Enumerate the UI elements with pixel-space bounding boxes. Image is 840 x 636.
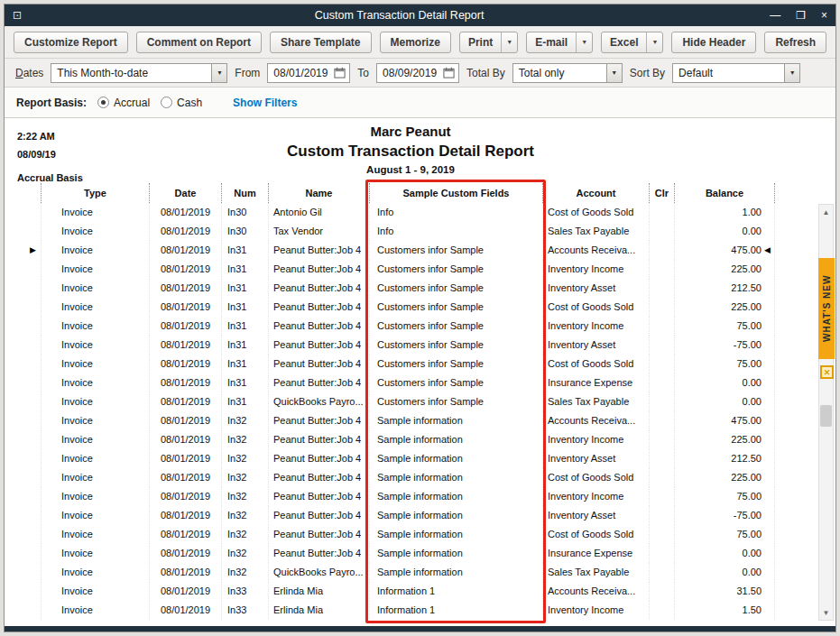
- to-date-input[interactable]: 08/09/2019: [376, 63, 459, 83]
- cell-balance: 212.50: [674, 279, 775, 298]
- excel-dropdown-arrow-icon[interactable]: ▼: [646, 32, 662, 52]
- table-row[interactable]: Invoice 08/01/2019 In32 Peanut Butter:Jo…: [41, 544, 775, 563]
- calendar-icon[interactable]: [443, 67, 455, 78]
- cell-account: Inventory Asset: [542, 449, 649, 468]
- table-row[interactable]: Invoice 08/01/2019 In30 Antonio Gil Info…: [41, 203, 775, 222]
- cell-date: 08/01/2019: [149, 336, 221, 355]
- sort-by-dropdown[interactable]: Default ▼: [672, 63, 800, 83]
- cell-clr: [649, 373, 674, 392]
- cell-custom-field: Customers infor Sample: [369, 298, 542, 317]
- report-toolbar: Customize Report Comment on Report Share…: [5, 26, 835, 59]
- cell-num: In31: [221, 392, 268, 411]
- column-header-clr[interactable]: Clr: [649, 183, 674, 203]
- cash-radio[interactable]: Cash: [161, 97, 202, 109]
- accrual-radio[interactable]: Accrual: [97, 97, 150, 109]
- from-date-input[interactable]: 08/01/2019: [267, 63, 350, 83]
- cell-custom-field: Sample information: [369, 506, 542, 525]
- chevron-down-icon[interactable]: ▼: [784, 64, 799, 82]
- cell-account: Cost of Goods Sold: [542, 298, 649, 317]
- cell-clr: [649, 392, 674, 411]
- share-template-button[interactable]: Share Template: [270, 32, 371, 53]
- print-dropdown-arrow-icon[interactable]: ▼: [501, 32, 517, 52]
- cell-num: In31: [221, 355, 268, 373]
- table-row[interactable]: Invoice 08/01/2019 In32 Peanut Butter:Jo…: [41, 449, 775, 468]
- cell-type: Invoice: [41, 468, 149, 487]
- table-row[interactable]: Invoice 08/01/2019 In33 Erlinda Mia Info…: [41, 601, 775, 620]
- button-label: E-mail: [527, 36, 576, 49]
- cell-account: Accounts Receiva...: [542, 411, 649, 430]
- cell-account: Insurance Expense: [542, 373, 649, 392]
- cell-balance: 225.00: [674, 298, 775, 317]
- cell-num: In32: [221, 563, 268, 582]
- dates-dropdown[interactable]: This Month-to-date ▼: [51, 63, 227, 83]
- cell-balance: 225.00: [674, 468, 775, 487]
- excel-button[interactable]: Excel ▼: [601, 32, 663, 53]
- table-row[interactable]: Invoice 08/01/2019 In32 Peanut Butter:Jo…: [41, 525, 775, 544]
- print-button[interactable]: Print ▼: [459, 32, 518, 53]
- email-button[interactable]: E-mail ▼: [526, 32, 593, 53]
- table-row[interactable]: Invoice 08/01/2019 In31 Peanut Butter:Jo…: [41, 260, 775, 279]
- cell-name: Peanut Butter:Job 4: [268, 468, 369, 487]
- cell-date: 08/01/2019: [149, 449, 221, 468]
- table-row[interactable]: Invoice 08/01/2019 In31 Peanut Butter:Jo…: [41, 317, 775, 336]
- cell-balance: 31.50: [674, 582, 775, 601]
- cell-balance: 1.50: [674, 601, 775, 620]
- hide-header-button[interactable]: Hide Header: [671, 32, 756, 53]
- calendar-icon[interactable]: [334, 67, 346, 78]
- column-header-account[interactable]: Account: [542, 183, 649, 203]
- table-row[interactable]: Invoice 08/01/2019 In31 Peanut Butter:Jo…: [41, 355, 775, 373]
- table-row[interactable]: Invoice 08/01/2019 In31 Peanut Butter:Jo…: [41, 241, 775, 260]
- column-header-name[interactable]: Name: [268, 183, 369, 203]
- cell-date: 08/01/2019: [149, 506, 221, 525]
- table-row[interactable]: Invoice 08/01/2019 In31 QuickBooks Payro…: [41, 392, 775, 411]
- table-row[interactable]: Invoice 08/01/2019 In31 Peanut Butter:Jo…: [41, 298, 775, 317]
- cell-type: Invoice: [41, 260, 149, 279]
- chevron-down-icon[interactable]: ▼: [211, 64, 226, 82]
- scroll-up-button[interactable]: ▲: [819, 205, 833, 219]
- show-filters-link[interactable]: Show Filters: [233, 97, 297, 109]
- cell-num: In32: [221, 449, 268, 468]
- cell-custom-field: Sample information: [369, 563, 542, 582]
- column-header-date[interactable]: Date: [149, 183, 221, 203]
- column-header-balance[interactable]: Balance: [674, 183, 775, 203]
- email-dropdown-arrow-icon[interactable]: ▼: [576, 32, 592, 52]
- chevron-down-icon[interactable]: ▼: [606, 64, 622, 82]
- cell-date: 08/01/2019: [149, 317, 221, 336]
- maximize-button[interactable]: ❒: [796, 10, 806, 21]
- scrollbar-thumb[interactable]: [820, 405, 832, 427]
- window-title: Custom Transaction Detail Report: [29, 9, 770, 22]
- refresh-button[interactable]: Refresh: [764, 32, 826, 53]
- cell-account: Inventory Asset: [542, 506, 649, 525]
- button-label: Share Template: [281, 36, 360, 49]
- cell-type: Invoice: [41, 525, 149, 544]
- column-header-sample-custom-fields[interactable]: Sample Custom Fields: [369, 183, 542, 203]
- customize-report-button[interactable]: Customize Report: [14, 32, 128, 53]
- window-menu-icon[interactable]: ⊡: [13, 9, 29, 22]
- whats-new-close-button[interactable]: ✕: [820, 365, 834, 379]
- whats-new-tab[interactable]: WHAT'S NEW: [818, 258, 835, 359]
- table-row[interactable]: Invoice 08/01/2019 In30 Tax Vendor Info …: [41, 222, 775, 241]
- cell-custom-field: Customers infor Sample: [369, 392, 542, 411]
- table-row[interactable]: Invoice 08/01/2019 In32 Peanut Butter:Jo…: [41, 506, 775, 525]
- table-row[interactable]: Invoice 08/01/2019 In32 Peanut Butter:Jo…: [41, 468, 775, 487]
- comment-on-report-button[interactable]: Comment on Report: [136, 32, 262, 53]
- memorize-button[interactable]: Memorize: [380, 32, 451, 53]
- cell-clr: [649, 487, 674, 506]
- report-title: Custom Transaction Detail Report: [5, 140, 817, 162]
- column-header-num[interactable]: Num: [221, 183, 268, 203]
- cell-custom-field: Sample information: [369, 449, 542, 468]
- minimize-button[interactable]: —: [770, 10, 780, 21]
- table-row[interactable]: Invoice 08/01/2019 In31 Peanut Butter:Jo…: [41, 336, 775, 355]
- table-row[interactable]: Invoice 08/01/2019 In32 Peanut Butter:Jo…: [41, 411, 775, 430]
- column-header-type[interactable]: Type: [41, 183, 149, 203]
- scroll-down-button[interactable]: ▼: [819, 605, 833, 620]
- table-row[interactable]: Invoice 08/01/2019 In31 Peanut Butter:Jo…: [41, 279, 775, 298]
- table-row[interactable]: Invoice 08/01/2019 In31 Peanut Butter:Jo…: [41, 373, 775, 392]
- total-by-dropdown[interactable]: Total only ▼: [512, 63, 623, 83]
- table-row[interactable]: Invoice 08/01/2019 In32 QuickBooks Payro…: [41, 563, 775, 582]
- close-button[interactable]: ×: [821, 10, 827, 21]
- table-row[interactable]: Invoice 08/01/2019 In32 Peanut Butter:Jo…: [41, 487, 775, 506]
- table-row[interactable]: Invoice 08/01/2019 In33 Erlinda Mia Info…: [41, 582, 775, 601]
- table-row[interactable]: Invoice 08/01/2019 In32 Peanut Butter:Jo…: [41, 430, 775, 449]
- cell-name: Tax Vendor: [268, 222, 369, 241]
